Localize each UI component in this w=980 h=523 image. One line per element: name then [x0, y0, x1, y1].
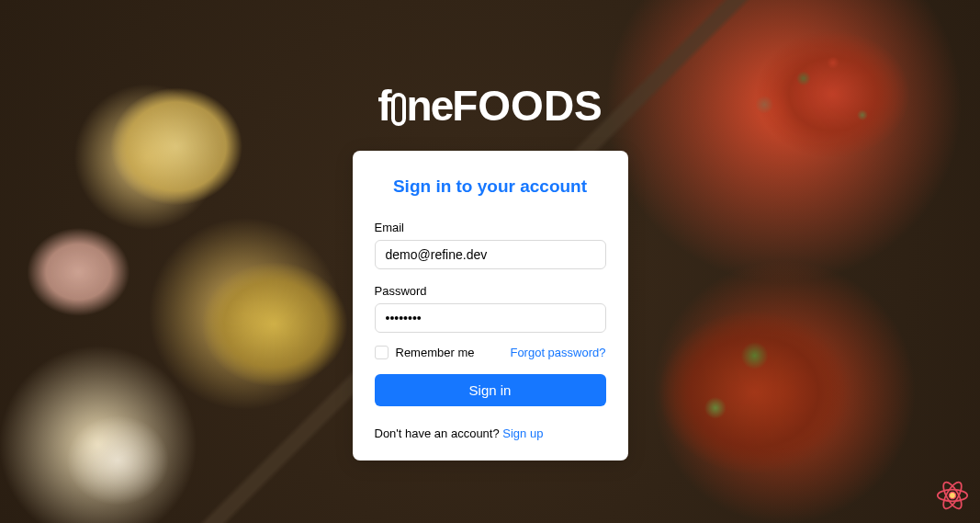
- brand-logo: fneFOODS: [377, 81, 603, 131]
- logo-text-fine-ne: ne: [407, 81, 453, 131]
- signup-prompt: Don't have an account? Sign up: [375, 426, 606, 440]
- remember-label: Remember me: [396, 346, 475, 359]
- options-row: Remember me Forgot password?: [375, 346, 606, 359]
- remember-wrap: Remember me: [375, 346, 475, 359]
- react-query-devtools-icon[interactable]: [936, 479, 969, 512]
- logo-pill-icon: [391, 93, 406, 126]
- password-field[interactable]: [375, 303, 606, 333]
- logo-text-foods: FOODS: [452, 81, 603, 131]
- email-label: Email: [375, 221, 606, 234]
- remember-checkbox[interactable]: [375, 346, 389, 359]
- card-title: Sign in to your account: [375, 176, 606, 197]
- svg-point-3: [949, 492, 955, 498]
- password-label: Password: [375, 284, 606, 298]
- logo-text-fine-f: f: [377, 81, 389, 131]
- login-card: Sign in to your account Email Password R…: [353, 151, 628, 460]
- signin-button[interactable]: Sign in: [375, 374, 606, 406]
- forgot-password-link[interactable]: Forgot password?: [510, 346, 605, 359]
- no-account-text: Don't have an account?: [375, 426, 503, 440]
- email-field[interactable]: [375, 240, 606, 269]
- signup-link[interactable]: Sign up: [502, 426, 543, 440]
- login-container: fneFOODS Sign in to your account Email P…: [0, 0, 980, 523]
